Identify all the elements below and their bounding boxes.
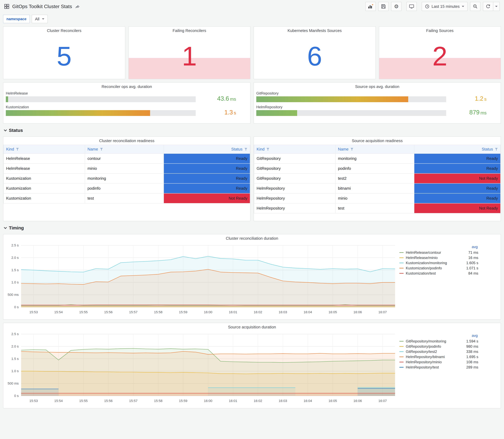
gauge-bar — [256, 96, 408, 102]
x-tick-label: 16:03 — [279, 310, 287, 314]
save-icon — [381, 4, 386, 9]
section-status[interactable]: Status — [4, 127, 504, 134]
time-series-plot[interactable] — [21, 332, 395, 398]
save-button[interactable] — [378, 2, 389, 11]
panel-title[interactable]: Source ops avg. duration — [254, 83, 501, 91]
table-row: KustomizationtestNot Ready — [3, 193, 250, 203]
legend-series-name[interactable]: GitRepository/monitoring — [406, 339, 446, 343]
stat-value: 2 — [432, 43, 447, 70]
status-cell: Not Ready — [414, 173, 501, 183]
table-row: HelmReleaseminioReady — [3, 163, 250, 173]
legend-series-swatch — [399, 273, 404, 274]
legend-series-avg: 1.605 s — [466, 261, 478, 265]
x-tick-label: 15:59 — [179, 399, 187, 403]
legend-series-name[interactable]: Kustomization/test — [406, 271, 436, 276]
x-tick-label: 16:02 — [254, 399, 262, 403]
zoom-out-icon — [473, 4, 478, 9]
share-button[interactable] — [75, 2, 80, 11]
status-cell: Not Ready — [414, 203, 501, 213]
gauge-label: GitRepository — [256, 91, 446, 96]
legend-item: HelmRepository/bitnami1.695 s — [399, 354, 478, 359]
tv-mode-button[interactable] — [406, 2, 417, 11]
legend-series-name[interactable]: HelmRelease/contour — [406, 250, 441, 255]
variable-value-dropdown[interactable]: All — [32, 15, 48, 23]
dashboard-header: GitOps Toolkit Cluster Stats ⚙ — [0, 0, 504, 13]
panel-title[interactable]: Source acquisition readiness — [254, 137, 501, 145]
chart-row-1: Cluster reconciliation duration 0 s500 m… — [3, 234, 501, 320]
legend-avg-header[interactable]: avg — [399, 245, 478, 249]
panel-failing-sources: Failing Sources 2 — [379, 26, 501, 79]
x-tick-label: 15:59 — [179, 310, 187, 314]
legend-series-name[interactable]: Kustomization/monitoring — [406, 261, 447, 265]
panel-cluster-readiness: Cluster reconciliation readiness Kind Na… — [3, 136, 250, 221]
legend-series-name[interactable]: HelmRepository/bitnami — [406, 355, 445, 359]
filter-icon[interactable] — [266, 148, 270, 151]
column-header-kind[interactable]: Kind — [254, 145, 335, 154]
gauge-bar — [6, 96, 8, 102]
refresh-button[interactable] — [483, 2, 493, 11]
column-header-status[interactable]: Status — [414, 145, 501, 154]
legend-series-name[interactable]: HelmRepository/test — [406, 365, 439, 369]
filter-icon[interactable] — [495, 148, 498, 151]
status-cell: Ready — [414, 154, 501, 163]
legend-item: GitRepository/monitoring1.594 s — [399, 339, 478, 344]
x-tick-label: 16:01 — [229, 310, 237, 314]
legend-avg-header[interactable]: avg — [399, 333, 478, 338]
panel-cluster-reconciliation-duration: Cluster reconciliation duration 0 s500 m… — [3, 234, 501, 320]
x-tick-label: 16:04 — [304, 399, 312, 403]
settings-button[interactable]: ⚙ — [391, 2, 402, 11]
x-tick-label: 15:55 — [79, 399, 88, 403]
column-header-status[interactable]: Status — [164, 145, 250, 154]
filter-icon[interactable] — [350, 148, 354, 151]
panel-title[interactable]: Reconciler ops avg. duration — [3, 83, 250, 91]
kind-cell: HelmRepository — [254, 203, 335, 213]
status-cell: Ready — [164, 183, 250, 193]
name-cell: monitoring — [335, 154, 414, 163]
filter-icon[interactable] — [16, 148, 19, 151]
legend-series-name[interactable]: HelmRepository/minio — [406, 360, 442, 364]
time-picker-button[interactable]: Last 15 minutes — [422, 2, 467, 11]
filter-icon[interactable] — [244, 148, 247, 151]
legend-item: HelmRepository/test289 ms — [399, 365, 478, 370]
column-header-name[interactable]: Name — [85, 145, 164, 154]
x-tick-label: 15:58 — [154, 310, 162, 314]
legend-series-avg: 71 ms — [468, 250, 478, 255]
name-cell: test — [85, 193, 164, 203]
filter-icon[interactable] — [100, 148, 103, 151]
kind-cell: HelmRepository — [254, 183, 335, 193]
x-tick-label: 16:00 — [204, 310, 212, 314]
legend-series-name[interactable]: GitRepository/podinfo — [406, 344, 441, 349]
column-header-name[interactable]: Name — [335, 145, 414, 154]
gauge-row: GitRepository 1.2s — [256, 91, 501, 102]
gauge-label: HelmRelease — [6, 91, 196, 96]
variable-selected-value: All — [35, 17, 39, 21]
section-title: Status — [9, 128, 23, 133]
add-panel-button[interactable] — [365, 2, 376, 11]
name-cell: podinfo — [335, 163, 414, 173]
refresh-interval-dropdown[interactable] — [493, 2, 500, 11]
share-icon — [75, 4, 80, 9]
zoom-out-button[interactable] — [470, 2, 480, 11]
x-tick-label: 16:07 — [378, 310, 387, 314]
gauge-label: Kustomization — [6, 105, 196, 109]
panel-title[interactable]: Cluster reconciliation duration — [3, 234, 501, 242]
legend-series-name[interactable]: Kustomization/podinfo — [406, 266, 442, 270]
legend-series-name[interactable]: HelmRelease/minio — [406, 256, 438, 260]
panel-title[interactable]: Cluster reconciliation readiness — [3, 137, 250, 145]
name-cell: minio — [85, 163, 164, 173]
y-tick-label: 2.0 s — [11, 256, 19, 260]
section-timing[interactable]: Timing — [4, 224, 504, 232]
legend-series-name[interactable]: GitRepository/test2 — [406, 350, 437, 354]
legend-series-swatch — [399, 341, 404, 341]
panel-title[interactable]: Source acquisition duration — [3, 323, 501, 331]
panel-failing-reconcilers: Failing Reconcilers 1 — [128, 26, 251, 79]
gauge-value: 43.6ms — [217, 96, 236, 102]
kind-cell: GitRepository — [254, 163, 335, 173]
y-tick-label: 2.5 s — [11, 243, 19, 247]
kind-cell: Kustomization — [3, 183, 85, 193]
status-cell: Ready — [414, 183, 501, 193]
time-series-plot[interactable] — [21, 244, 395, 309]
x-tick-label: 16:04 — [304, 310, 312, 314]
variable-label: namespace — [3, 15, 30, 23]
column-header-kind[interactable]: Kind — [3, 145, 85, 154]
